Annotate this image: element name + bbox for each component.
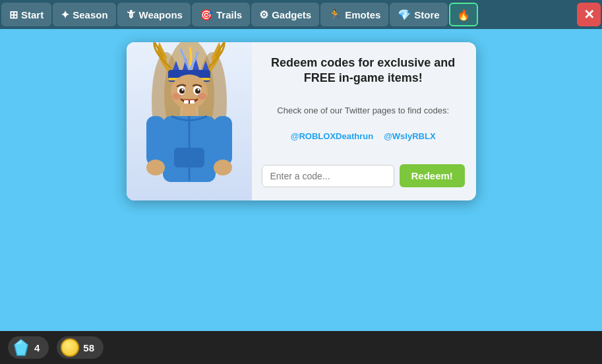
svg-point-17 [197,89,199,91]
coin-currency: 58 [57,336,104,359]
nav-store[interactable]: 💎 Store [390,3,447,26]
nav-emotes-label: Emotes [345,9,380,20]
close-icon: ✕ [584,7,595,22]
nav-trails[interactable]: 🎯 Trails [192,3,250,26]
nav-trails-label: Trails [216,9,242,20]
status-bar: 4 58 [0,331,602,364]
season-icon: ✦ [61,9,69,21]
emotes-icon: 🏃 [328,9,342,21]
store-icon: 💎 [398,9,411,21]
gem-value: 4 [34,342,40,353]
nav-gadgets[interactable]: ⚙ Gadgets [251,3,319,26]
weapons-icon: 🗡 [125,9,136,20]
svg-rect-26 [214,116,232,166]
redeem-content: Redeem codes for exclusive and FREE in-g… [252,42,476,200]
nav-season-label: Season [73,9,107,20]
character-area [127,42,252,200]
gem-currency: 4 [8,336,49,359]
redeem-input-row: Redeem! [262,164,465,187]
redeem-panel: Redeem codes for exclusive and FREE in-g… [127,42,476,200]
close-button[interactable]: ✕ [577,3,601,26]
nav-emotes[interactable]: 🏃 Emotes [320,3,388,26]
flame-icon: 🔥 [457,9,470,21]
main-area: Redeem codes for exclusive and FREE in-g… [0,29,602,331]
nav-weapons-label: Weapons [139,9,183,20]
trails-icon: 🎯 [200,9,213,21]
code-input[interactable] [262,165,394,187]
redeem-button[interactable]: Redeem! [400,164,465,187]
start-icon: ⊞ [9,9,18,21]
nav-redeem[interactable]: 🔥 [449,3,478,26]
svg-point-21 [197,93,206,100]
redeem-subtitle: Check one of our Twitter pages to find c… [262,106,465,115]
twitter-handles: @ROBLOXDeathrun @WslyRBLX [262,131,465,141]
svg-point-27 [146,160,165,175]
twitter-handle-1: @ROBLOXDeathrun [291,131,373,141]
nav-bar: ⊞ Start ✦ Season 🗡 Weapons 🎯 Trails ⚙ Ga… [0,0,602,29]
svg-rect-25 [146,116,165,166]
svg-rect-19 [190,100,195,104]
nav-season[interactable]: ✦ Season [53,3,115,26]
gem-icon [12,338,30,357]
svg-point-16 [181,89,183,91]
nav-start-label: Start [21,9,44,20]
coin-value: 58 [83,342,94,353]
svg-rect-18 [184,100,189,104]
svg-point-28 [214,160,232,175]
gadgets-icon: ⚙ [259,9,268,21]
twitter-handle-2: @WslyRBLX [384,131,435,141]
svg-point-11 [171,75,208,109]
character-illustration [127,42,252,200]
coin-icon [61,338,79,357]
redeem-title: Redeem codes for exclusive and FREE in-g… [262,55,465,86]
nav-start[interactable]: ⊞ Start [1,3,51,26]
svg-point-20 [172,93,181,100]
nav-gadgets-label: Gadgets [272,9,311,20]
nav-store-label: Store [414,9,439,20]
nav-weapons[interactable]: 🗡 Weapons [117,3,191,26]
